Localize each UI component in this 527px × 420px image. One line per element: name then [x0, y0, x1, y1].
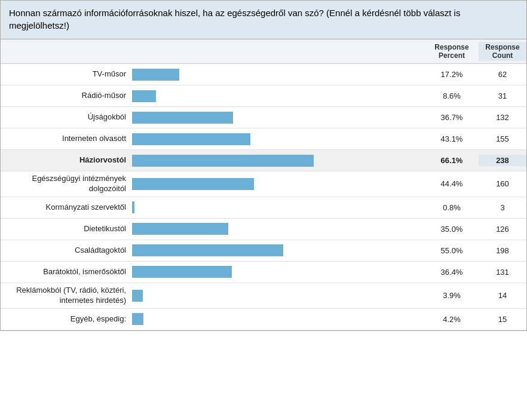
- bar-fill: [132, 244, 283, 256]
- table-row: Kormányzati szervektől0.8%3: [1, 197, 526, 219]
- table-row: Reklámokból (TV, rádió, köztéri, interne…: [1, 283, 526, 309]
- table-header: Response Percent Response Count: [1, 39, 526, 64]
- row-label: Egészségügyi intézmények dolgozóitól: [1, 171, 132, 197]
- bar-fill: [132, 266, 232, 278]
- row-count: 132: [479, 112, 526, 123]
- bar-fill: [132, 290, 143, 302]
- row-percent: 8.6%: [425, 90, 479, 102]
- bar-fill: [132, 313, 143, 325]
- row-percent: 4.2%: [425, 314, 479, 325]
- table-row: Egyéb, éspedig:4.2%15: [1, 309, 526, 330]
- bar-fill: [132, 178, 254, 190]
- bar-fill: [132, 223, 228, 235]
- row-percent: 35.0%: [425, 223, 479, 235]
- table-row: Barátoktól, ismerősöktől36.4%131: [1, 262, 526, 283]
- row-label: Interneten olvasott: [1, 131, 132, 146]
- row-label: Dietetikustól: [1, 222, 132, 237]
- row-count: 131: [479, 266, 526, 278]
- row-bar-container: [132, 176, 425, 192]
- row-label: Egyéb, éspedig:: [1, 312, 132, 327]
- table-row: Családtagoktól55.0%198: [1, 240, 526, 262]
- row-label: Rádió-műsor: [1, 88, 132, 103]
- row-count: 160: [479, 178, 526, 189]
- row-bar-container: [132, 131, 425, 148]
- row-count: 62: [479, 69, 526, 80]
- row-percent: 36.4%: [425, 266, 479, 278]
- response-percent-header: Response Percent: [425, 42, 479, 61]
- row-count: 155: [479, 133, 526, 145]
- bar-fill: [132, 155, 314, 167]
- row-count: 198: [479, 245, 526, 256]
- row-bar-container: [132, 242, 425, 259]
- survey-container: Honnan származó információforrásoknak hi…: [0, 0, 527, 331]
- row-bar-container: [132, 220, 425, 237]
- question-text: Honnan származó információforrásoknak hi…: [9, 8, 460, 30]
- table-row: Újságokból36.7%132: [1, 107, 526, 128]
- bar-fill: [132, 133, 250, 145]
- row-bar-container: [132, 66, 425, 83]
- row-bar-container: [132, 109, 425, 126]
- row-label: Reklámokból (TV, rádió, köztéri, interne…: [1, 283, 132, 308]
- row-percent: 55.0%: [425, 245, 479, 256]
- row-count: 3: [479, 202, 526, 213]
- table-row: Rádió-műsor8.6%31: [1, 85, 526, 107]
- bar-fill: [132, 90, 156, 102]
- row-bar-container: [132, 263, 425, 280]
- row-label: Családtagoktól: [1, 243, 132, 258]
- row-bar-container: [132, 152, 425, 169]
- row-percent: 36.7%: [425, 112, 479, 123]
- row-count: 15: [479, 314, 526, 325]
- table-row: TV-műsor17.2%62: [1, 64, 526, 85]
- row-bar-container: [132, 88, 425, 105]
- bar-fill: [132, 69, 179, 81]
- row-label: Kormányzati szervektől: [1, 200, 132, 215]
- data-rows: TV-műsor17.2%62Rádió-műsor8.6%31Újságokb…: [1, 64, 526, 330]
- row-bar-container: [132, 199, 425, 216]
- row-label: Háziorvostól: [1, 153, 132, 168]
- row-percent: 44.4%: [425, 178, 479, 189]
- row-count: 126: [479, 223, 526, 235]
- table-row: Egészségügyi intézmények dolgozóitól44.4…: [1, 171, 526, 197]
- row-percent: 17.2%: [425, 69, 479, 80]
- question-header: Honnan származó információforrásoknak hi…: [1, 1, 526, 39]
- row-percent: 66.1%: [425, 155, 479, 166]
- row-percent: 43.1%: [425, 133, 479, 145]
- table-row: Interneten olvasott43.1%155: [1, 128, 526, 150]
- table-row: Háziorvostól66.1%238: [1, 150, 526, 171]
- row-count: 238: [479, 155, 526, 166]
- row-bar-container: [132, 287, 425, 304]
- row-percent: 0.8%: [425, 202, 479, 213]
- results-table: Response Percent Response Count TV-műsor…: [1, 39, 526, 330]
- row-percent: 3.9%: [425, 290, 479, 301]
- bar-fill: [132, 112, 233, 124]
- table-row: Dietetikustól35.0%126: [1, 219, 526, 240]
- row-count: 31: [479, 90, 526, 102]
- row-count: 14: [479, 290, 526, 301]
- row-label: TV-műsor: [1, 67, 132, 82]
- bar-fill: [132, 201, 134, 213]
- row-label: Barátoktól, ismerősöktől: [1, 265, 132, 280]
- response-count-header: Response Count: [479, 42, 526, 61]
- row-bar-container: [132, 311, 425, 327]
- row-label: Újságokból: [1, 110, 132, 125]
